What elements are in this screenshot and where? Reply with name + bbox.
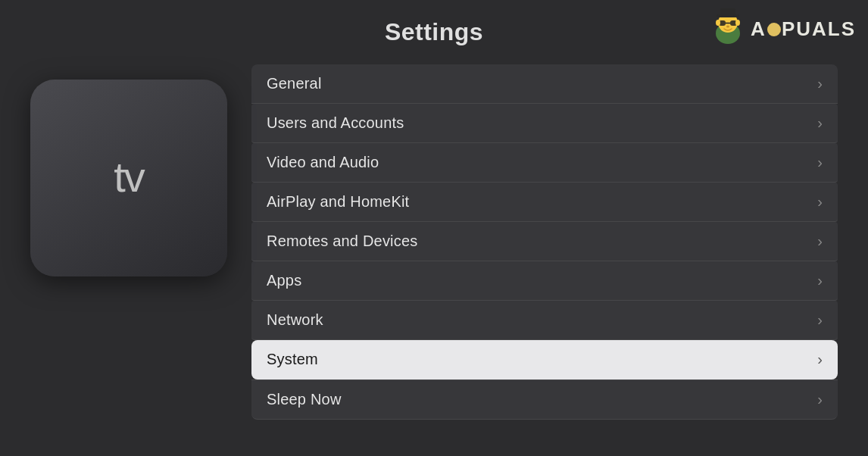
settings-item-label-airplay-and-homekit: AirPlay and HomeKit xyxy=(267,193,409,211)
settings-item-label-apps: Apps xyxy=(267,272,301,289)
chevron-icon-apps: › xyxy=(817,272,823,289)
main-content: tv General›Users and Accounts›Video and … xyxy=(0,52,868,420)
settings-item-label-sleep-now: Sleep Now xyxy=(267,391,342,408)
settings-item-label-network: Network xyxy=(267,311,323,329)
settings-item-system[interactable]: System› xyxy=(251,340,838,379)
svg-point-7 xyxy=(735,20,740,26)
chevron-icon-system: › xyxy=(817,351,823,368)
tv-label: tv xyxy=(114,152,144,201)
settings-item-video-and-audio[interactable]: Video and Audio› xyxy=(251,143,838,183)
svg-rect-9 xyxy=(720,8,735,16)
settings-item-sleep-now[interactable]: Sleep Now› xyxy=(251,379,838,420)
settings-item-airplay-and-homekit[interactable]: AirPlay and HomeKit› xyxy=(251,183,838,222)
settings-item-network[interactable]: Network› xyxy=(251,301,838,340)
settings-item-label-general: General xyxy=(267,75,322,92)
chevron-icon-general: › xyxy=(817,75,823,92)
chevron-icon-video-and-audio: › xyxy=(817,154,823,171)
chevron-icon-sleep-now: › xyxy=(817,391,823,408)
settings-item-label-remotes-and-devices: Remotes and Devices xyxy=(267,233,417,250)
settings-list: General›Users and Accounts›Video and Aud… xyxy=(251,64,838,420)
settings-item-general[interactable]: General› xyxy=(251,64,838,104)
settings-item-label-video-and-audio: Video and Audio xyxy=(267,154,379,171)
appuals-mascot-icon xyxy=(707,8,749,50)
settings-item-label-users-and-accounts: Users and Accounts xyxy=(267,114,404,132)
svg-point-5 xyxy=(726,26,729,28)
appuals-text: APUALS xyxy=(751,17,856,41)
svg-point-6 xyxy=(716,20,720,26)
settings-item-apps[interactable]: Apps› xyxy=(251,261,838,301)
chevron-icon-network: › xyxy=(817,311,823,329)
appuals-logo: APUALS xyxy=(707,8,856,50)
settings-item-remotes-and-devices[interactable]: Remotes and Devices› xyxy=(251,222,838,261)
chevron-icon-users-and-accounts: › xyxy=(817,114,823,132)
settings-item-label-system: System xyxy=(267,351,318,368)
chevron-icon-airplay-and-homekit: › xyxy=(817,193,823,211)
settings-item-users-and-accounts[interactable]: Users and Accounts› xyxy=(251,104,838,143)
apple-tv-device: tv xyxy=(30,80,227,276)
chevron-icon-remotes-and-devices: › xyxy=(817,233,823,250)
